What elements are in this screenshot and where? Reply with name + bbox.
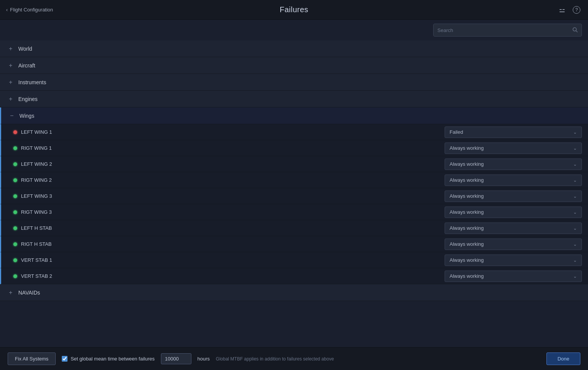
left-wing-3-chevron-icon: ⌄: [573, 194, 577, 199]
vert-stab-1-label: VERT STAB 1: [21, 257, 445, 263]
left-h-stab-select[interactable]: Always working ⌄: [445, 223, 582, 234]
svg-line-1: [576, 30, 578, 32]
mtbf-unit: hours: [198, 356, 210, 362]
rigt-wing-1-value: Always working: [450, 145, 573, 151]
header: ‹ Flight Configuration Failures ⚍ ?: [0, 0, 588, 20]
rigt-wing-2-chevron-icon: ⌄: [573, 178, 577, 183]
left-wing-3-value: Always working: [450, 193, 573, 199]
back-label: Flight Configuration: [10, 7, 53, 13]
vert-stab-1-value: Always working: [450, 257, 573, 263]
category-engines[interactable]: + Engines: [0, 91, 588, 107]
rigt-wing-3-value: Always working: [450, 209, 573, 215]
status-dot-rigt-h-stab: [13, 242, 17, 246]
rigt-h-stab-value: Always working: [450, 241, 573, 247]
rigt-wing-3-chevron-icon: ⌄: [573, 210, 577, 215]
wings-items-list: LEFT WING 1 Failed ⌄ RIGT WING 1 Always …: [0, 124, 588, 284]
status-dot-rigt-wing-3: [13, 210, 17, 214]
search-container: [0, 20, 588, 40]
category-navaids[interactable]: + NAVAIDs: [0, 284, 588, 301]
rigt-h-stab-label: RIGT H STAB: [21, 241, 445, 247]
search-input[interactable]: [437, 27, 572, 33]
left-h-stab-value: Always working: [450, 225, 573, 231]
left-h-stab-label: LEFT H STAB: [21, 225, 445, 231]
wing-item-left-wing-1: LEFT WING 1 Failed ⌄: [0, 124, 588, 140]
filter-button[interactable]: ⚍: [557, 4, 567, 16]
rigt-wing-1-label: RIGT WING 1: [21, 145, 445, 151]
wing-item-rigt-wing-1: RIGT WING 1 Always working ⌄: [0, 140, 588, 156]
left-wing-3-label: LEFT WING 3: [21, 193, 445, 199]
mtbf-input[interactable]: [161, 353, 191, 364]
engines-toggle-icon: +: [8, 96, 14, 103]
left-wing-2-label: LEFT WING 2: [21, 161, 445, 167]
left-wing-1-chevron-icon: ⌄: [573, 130, 577, 135]
rigt-h-stab-select[interactable]: Always working ⌄: [445, 239, 582, 250]
help-button[interactable]: ?: [571, 5, 582, 15]
category-aircraft[interactable]: + Aircraft: [0, 57, 588, 74]
rigt-wing-1-chevron-icon: ⌄: [573, 146, 577, 151]
rigt-wing-3-label: RIGT WING 3: [21, 209, 445, 215]
filter-icon: ⚍: [559, 6, 565, 14]
rigt-wing-2-value: Always working: [450, 177, 573, 183]
rigt-wing-1-select[interactable]: Always working ⌄: [445, 143, 582, 154]
status-dot-left-wing-3: [13, 194, 17, 198]
instruments-toggle-icon: +: [8, 79, 14, 86]
world-label: World: [18, 46, 32, 52]
vert-stab-1-select[interactable]: Always working ⌄: [445, 255, 582, 266]
status-dot-rigt-wing-2: [13, 178, 17, 182]
left-wing-1-value: Failed: [450, 129, 573, 135]
wing-item-left-wing-3: LEFT WING 3 Always working ⌄: [0, 188, 588, 204]
left-wing-3-select[interactable]: Always working ⌄: [445, 191, 582, 202]
category-world[interactable]: + World: [0, 40, 588, 57]
navaids-label: NAVAIDs: [18, 290, 40, 296]
wings-label: Wings: [19, 113, 34, 119]
world-toggle-icon: +: [8, 45, 14, 52]
wing-item-vert-stab-1: VERT STAB 1 Always working ⌄: [0, 252, 588, 268]
category-instruments[interactable]: + Instruments: [0, 74, 588, 91]
vert-stab-2-label: VERT STAB 2: [21, 273, 445, 279]
left-wing-1-select[interactable]: Failed ⌄: [445, 127, 582, 138]
vert-stab-2-select[interactable]: Always working ⌄: [445, 271, 582, 282]
status-dot-left-wing-2: [13, 162, 17, 166]
wing-item-left-wing-2: LEFT WING 2 Always working ⌄: [0, 156, 588, 172]
wing-item-vert-stab-2: VERT STAB 2 Always working ⌄: [0, 268, 588, 284]
engines-label: Engines: [18, 96, 38, 102]
left-wing-2-value: Always working: [450, 161, 573, 167]
help-icon: ?: [573, 6, 580, 14]
back-arrow-icon: ‹: [6, 7, 8, 13]
left-h-stab-chevron-icon: ⌄: [573, 226, 577, 231]
mtbf-checkbox[interactable]: [62, 356, 67, 362]
wing-item-rigt-h-stab: RIGT H STAB Always working ⌄: [0, 236, 588, 252]
main-content: + World + Aircraft + Instruments + Engin…: [0, 40, 588, 347]
search-icon: [572, 27, 578, 34]
page-title: Failures: [280, 5, 308, 14]
mtbf-checkbox-label[interactable]: Set global mean time between failures: [62, 356, 154, 362]
rigt-wing-2-select[interactable]: Always working ⌄: [445, 175, 582, 186]
done-button[interactable]: Done: [546, 352, 580, 365]
left-wing-2-select[interactable]: Always working ⌄: [445, 159, 582, 170]
status-dot-vert-stab-2: [13, 274, 17, 278]
status-dot-left-h-stab: [13, 226, 17, 230]
left-wing-2-chevron-icon: ⌄: [573, 162, 577, 167]
vert-stab-2-value: Always working: [450, 273, 573, 279]
wing-item-left-h-stab: LEFT H STAB Always working ⌄: [0, 220, 588, 236]
mtbf-checkbox-text: Set global mean time between failures: [71, 356, 154, 362]
rigt-wing-2-label: RIGT WING 2: [21, 177, 445, 183]
status-dot-left-wing-1: [13, 130, 17, 134]
instruments-label: Instruments: [18, 79, 46, 85]
fix-all-button[interactable]: Fix All Systems: [8, 352, 56, 365]
vert-stab-1-chevron-icon: ⌄: [573, 258, 577, 263]
category-wings[interactable]: − Wings: [0, 107, 588, 124]
search-bar: [433, 24, 582, 37]
rigt-wing-3-select[interactable]: Always working ⌄: [445, 207, 582, 218]
header-actions: ⚍ ?: [557, 4, 582, 16]
mtbf-note: Global MTBF applies in addition to failu…: [216, 356, 540, 362]
navaids-toggle-icon: +: [8, 289, 14, 296]
status-dot-vert-stab-1: [13, 258, 17, 262]
wing-item-rigt-wing-3: RIGT WING 3 Always working ⌄: [0, 204, 588, 220]
aircraft-label: Aircraft: [18, 62, 35, 69]
vert-stab-2-chevron-icon: ⌄: [573, 274, 577, 279]
aircraft-toggle-icon: +: [8, 62, 14, 69]
status-dot-rigt-wing-1: [13, 146, 17, 150]
wing-item-rigt-wing-2: RIGT WING 2 Always working ⌄: [0, 172, 588, 188]
back-button[interactable]: ‹ Flight Configuration: [6, 7, 53, 13]
